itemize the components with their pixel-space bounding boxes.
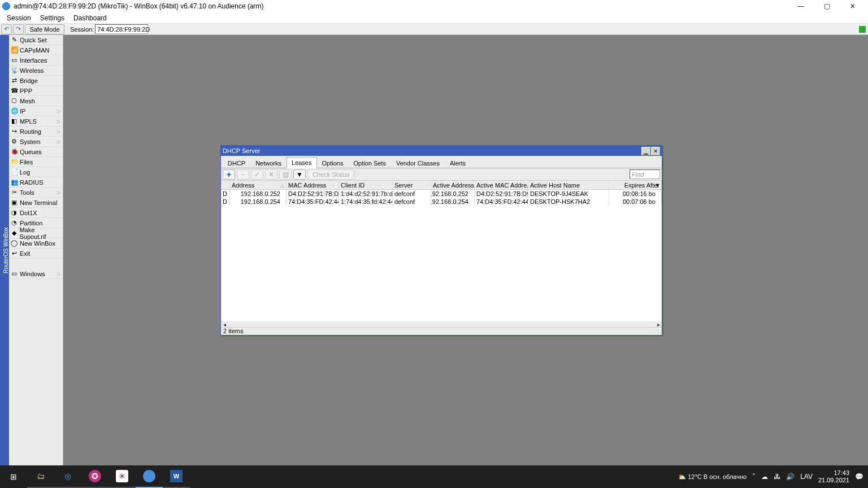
sidebar-icon: 📄	[11, 168, 18, 176]
sidebar-item-ppp[interactable]: ☎PPP	[9, 86, 63, 96]
sidebar-icon: ◔	[11, 219, 18, 226]
sidebar-icon: ⚙	[11, 138, 18, 145]
sidebar-item-new-winbox[interactable]: ◯New WinBox	[9, 238, 63, 249]
find-input[interactable]: Find	[630, 169, 660, 179]
window-title: admin@74:4D:28:F9:99:2D (MikroTik) - Win…	[14, 2, 264, 10]
add-button[interactable]: +	[223, 169, 235, 180]
table-row[interactable]: D192.168.0.25474:D4:35:FD:42:441:74:d4:3…	[221, 198, 662, 206]
sidebar-item-mesh[interactable]: ⬡Mesh	[9, 96, 63, 106]
sidebar-icon: ◆	[11, 229, 17, 237]
dhcp-minimize-button[interactable]: ▁	[641, 147, 650, 155]
sidebar-item-wireless[interactable]: 📡Wireless	[9, 66, 63, 76]
sidebar-item-label: Quick Set	[20, 37, 47, 43]
enable-button[interactable]: ✓	[251, 169, 263, 180]
sidebar-item-mpls[interactable]: ◧MPLS▷	[9, 116, 63, 127]
grid-header: Address△ MAC Address Client ID Server Ac…	[221, 181, 662, 190]
menu-session[interactable]: Session	[2, 13, 36, 23]
tray-notifications-icon[interactable]: 💬	[855, 473, 863, 481]
redo-button[interactable]: ↷	[13, 24, 24, 34]
col-active-mac[interactable]: Active MAC Addre...	[475, 181, 528, 189]
sidebar-item-label: Files	[20, 159, 33, 165]
tab-alerts[interactable]: Alerts	[445, 158, 471, 168]
taskbar-edge[interactable]: ◎	[54, 465, 81, 488]
taskbar-winbox[interactable]	[136, 465, 163, 488]
sidebar-item-queues[interactable]: 🐞Queues	[9, 147, 63, 157]
session-field[interactable]: 74:4D:28:F9:99:2D	[95, 24, 148, 34]
sidebar-item-label: System	[20, 138, 41, 145]
taskbar-slack[interactable]: ✳	[108, 465, 136, 488]
filter-button[interactable]: ▼	[293, 169, 306, 180]
col-flag[interactable]	[221, 181, 230, 189]
workspace: DHCP Server ▁ ✕ DHCP Networks Leases Opt…	[63, 35, 868, 465]
sidebar-item-interfaces[interactable]: ▭Interfaces	[9, 55, 63, 66]
tab-leases[interactable]: Leases	[287, 157, 316, 168]
table-row[interactable]: D192.168.0.252D4:D2:52:91:7B:D91:d4:d2:5…	[221, 190, 662, 198]
col-mac[interactable]: MAC Address	[287, 181, 339, 189]
disable-button[interactable]: ✕	[265, 169, 277, 180]
tab-networks[interactable]: Networks	[250, 158, 287, 168]
tray-language[interactable]: LAV	[800, 473, 813, 481]
close-button[interactable]: ✕	[840, 0, 866, 12]
comment-button[interactable]: ▤	[279, 169, 292, 180]
sidebar-item-radius[interactable]: 👥RADIUS	[9, 177, 63, 188]
weather-widget[interactable]: ⛅ 12°C В осн. облачно	[678, 473, 747, 481]
tab-vendor-classes[interactable]: Vendor Classes	[391, 158, 445, 168]
sidebar-item-make-supout-rif[interactable]: ◆Make Supout.rif	[9, 228, 63, 238]
minimize-button[interactable]: —	[788, 0, 814, 12]
maximize-button[interactable]: ▢	[814, 0, 840, 12]
horizontal-scrollbar[interactable]: ◂ ▸	[221, 321, 662, 327]
taskbar-word[interactable]: W	[163, 465, 190, 488]
dhcp-toolbar: + − ✓ ✕ ▤ ▼ Check Status Find	[221, 168, 662, 181]
tray-onedrive-icon[interactable]: ☁	[761, 473, 768, 481]
side-tab-routeros[interactable]: RouterOS WinBox	[0, 35, 9, 465]
sidebar-item-exit[interactable]: ↩Exit	[9, 249, 63, 259]
scroll-left-icon[interactable]: ◂	[221, 321, 228, 328]
taskbar-explorer[interactable]: 🗂	[27, 465, 54, 488]
tab-dhcp[interactable]: DHCP	[223, 158, 250, 168]
col-address[interactable]: Address△	[230, 181, 287, 189]
sidebar-icon: ▣	[11, 199, 18, 206]
undo-button[interactable]: ↶	[1, 24, 12, 34]
sidebar-item-bridge[interactable]: ⇄Bridge	[9, 76, 63, 86]
tray-clock[interactable]: 17:43 21.09.2021	[818, 469, 849, 484]
sidebar: ✎Quick Set📶CAPsMAN▭Interfaces📡Wireless⇄B…	[9, 35, 63, 465]
tab-options[interactable]: Options	[317, 158, 349, 168]
menu-settings[interactable]: Settings	[36, 13, 69, 23]
windows-icon: ▭	[11, 270, 18, 277]
col-client-id[interactable]: Client ID	[339, 181, 393, 189]
sidebar-item-system[interactable]: ⚙System▷	[9, 137, 63, 147]
sidebar-item-log[interactable]: 📄Log	[9, 167, 63, 177]
col-server[interactable]: Server	[393, 181, 431, 189]
remove-button[interactable]: −	[237, 169, 249, 180]
taskbar-teams[interactable]: ✪	[81, 465, 108, 488]
sidebar-item-capsman[interactable]: 📶CAPsMAN	[9, 45, 63, 55]
sidebar-icon: 📶	[11, 46, 18, 54]
sidebar-icon: 📡	[11, 67, 18, 74]
windows-taskbar: ⊞ 🗂 ◎ ✪ ✳ W ⛅ 12°C В осн. облачно ˄ ☁ 🖧 …	[0, 465, 868, 488]
start-button[interactable]: ⊞	[0, 465, 27, 488]
sidebar-item-ip[interactable]: 🌐IP▷	[9, 106, 63, 116]
sidebar-item-files[interactable]: 📁Files	[9, 157, 63, 167]
scroll-right-icon[interactable]: ▸	[655, 321, 662, 328]
sidebar-item-tools[interactable]: ✂Tools▷	[9, 188, 63, 198]
col-active-host[interactable]: Active Host Name	[528, 181, 609, 189]
sidebar-item-quick-set[interactable]: ✎Quick Set	[9, 35, 63, 45]
sidebar-item-new-terminal[interactable]: ▣New Terminal	[9, 198, 63, 208]
sidebar-item-routing[interactable]: ↪Routing▷	[9, 127, 63, 137]
safe-mode-button[interactable]: Safe Mode	[25, 24, 64, 34]
tab-option-sets[interactable]: Option Sets	[348, 158, 390, 168]
col-expires[interactable]: Expires After▼	[609, 181, 662, 189]
sidebar-item-label: Dot1X	[20, 210, 37, 216]
sidebar-item-windows[interactable]: ▭ Windows ▷	[9, 269, 63, 279]
col-active-address[interactable]: Active Address	[431, 181, 475, 189]
dhcp-window-titlebar[interactable]: DHCP Server ▁ ✕	[221, 146, 662, 156]
connection-indicator-icon	[859, 26, 866, 33]
tray-chevron-icon[interactable]: ˄	[752, 473, 756, 481]
tray-volume-icon[interactable]: 🔊	[786, 473, 795, 481]
tray-network-icon[interactable]: 🖧	[774, 473, 780, 481]
sidebar-item-label: Tools	[20, 189, 34, 196]
sidebar-item-dot1x[interactable]: ◑Dot1X	[9, 208, 63, 218]
check-status-button[interactable]: Check Status	[307, 169, 354, 180]
dhcp-close-button[interactable]: ✕	[651, 147, 660, 155]
menu-dashboard[interactable]: Dashboard	[69, 13, 111, 23]
